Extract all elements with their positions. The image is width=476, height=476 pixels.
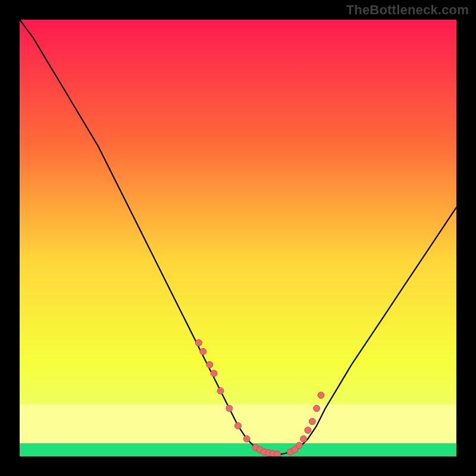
marker-point xyxy=(200,348,206,355)
marker-point xyxy=(318,392,324,399)
marker-point xyxy=(206,361,213,368)
watermark-text: TheBottleneck.com xyxy=(346,2,469,18)
marker-point xyxy=(211,370,217,377)
marker-point xyxy=(300,436,307,442)
plot-svg xyxy=(20,20,456,456)
marker-point xyxy=(226,405,233,412)
marker-point xyxy=(195,340,202,346)
marker-point xyxy=(309,418,315,425)
marker-point xyxy=(296,442,302,449)
marker-point xyxy=(235,422,242,429)
band-green xyxy=(20,443,456,456)
marker-point xyxy=(274,451,281,456)
marker-point xyxy=(305,427,311,434)
plot-area xyxy=(20,20,456,456)
marker-point xyxy=(217,387,224,394)
gradient-background xyxy=(20,20,456,456)
marker-point xyxy=(243,436,250,442)
marker-point xyxy=(314,405,320,412)
chart-frame: TheBottleneck.com xyxy=(0,0,476,476)
